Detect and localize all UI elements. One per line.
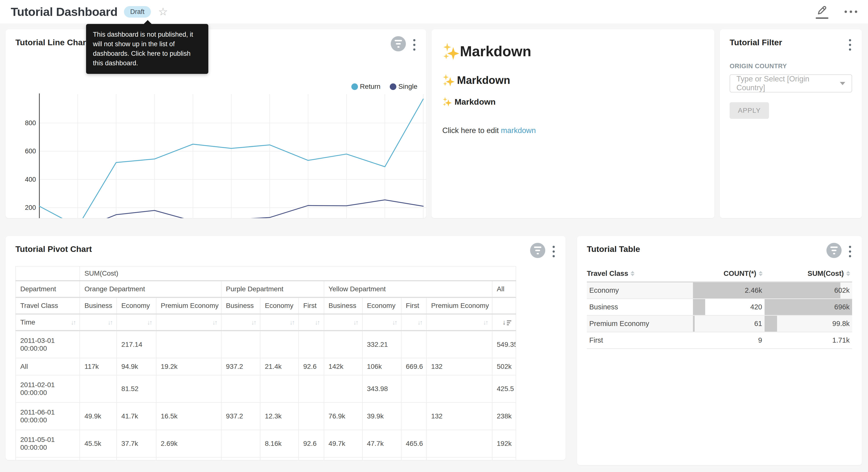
table-row[interactable]: Business420696k bbox=[587, 299, 852, 316]
table-row[interactable]: Economy2.46k602k bbox=[587, 282, 852, 299]
pivot-chart-card: Tutorial Pivot Chart SUM(Cost)Department… bbox=[6, 236, 565, 460]
line-chart-kebab-menu[interactable] bbox=[412, 38, 416, 52]
pivot-value-cell: 94.9k bbox=[117, 358, 156, 375]
pivot-value-cell: 15.2k bbox=[117, 457, 156, 460]
filter-title: Tutorial Filter bbox=[730, 38, 782, 47]
value-cell-with-bar: 696k bbox=[765, 299, 852, 316]
pivot-value-cell bbox=[324, 375, 362, 403]
pivot-chart-title: Tutorial Pivot Chart bbox=[16, 244, 92, 254]
table-column-header[interactable]: COUNT(*) bbox=[693, 266, 765, 282]
pivot-value-cell bbox=[324, 331, 362, 358]
line-chart-plot[interactable]: 200400600800FebruaryMarchAprilMayJuneJul… bbox=[6, 90, 426, 218]
pivot-travel-class-header: Premium Economy bbox=[427, 297, 492, 314]
travel-class-cell: Business bbox=[587, 299, 693, 316]
sort-desc-active-icon[interactable]: ↓ bbox=[502, 318, 511, 326]
legend-item-return[interactable]: Return bbox=[351, 83, 380, 90]
sort-icon[interactable]: ↓↑ bbox=[392, 319, 397, 326]
pivot-value-cell bbox=[427, 375, 492, 403]
pivot-value-cell: 21.4k bbox=[260, 358, 299, 375]
apply-button[interactable]: APPLY bbox=[730, 102, 769, 119]
travel-class-cell: Economy bbox=[587, 282, 693, 299]
pivot-sorter-cell: ↓↑ bbox=[324, 314, 362, 331]
line-chart-title: Tutorial Line Chart bbox=[16, 38, 89, 47]
pivot-sorter-cell: ↓↑ bbox=[427, 314, 492, 331]
value-cell-with-bar: 61 bbox=[693, 316, 765, 332]
page-title: Tutorial Dashboard bbox=[11, 5, 118, 19]
markdown-edit-link[interactable]: markdown bbox=[501, 126, 536, 135]
filter-kebab-menu[interactable] bbox=[848, 38, 852, 52]
pivot-row-label: 2011-02-01 00:00:00 bbox=[16, 375, 80, 403]
value-cell-with-bar: 602k bbox=[765, 282, 852, 299]
pivot-value-cell: 937.2 bbox=[221, 403, 260, 430]
pivot-value-cell: 332.21 bbox=[362, 331, 401, 358]
pivot-value-cell: 217.14 bbox=[117, 331, 156, 358]
publish-tooltip: This dashboard is not published, it will… bbox=[86, 24, 208, 74]
dashboard-more-menu-button[interactable] bbox=[844, 10, 857, 13]
pivot-table: SUM(Cost)DepartmentOrange DepartmentPurp… bbox=[16, 266, 556, 460]
pivot-value-cell bbox=[156, 331, 221, 358]
sort-icon[interactable]: ↓↑ bbox=[289, 319, 294, 326]
pivot-value-cell: 106k bbox=[362, 358, 401, 375]
pivot-time-header: Time↓↑ bbox=[16, 314, 80, 331]
pivot-value-cell: 17.3k bbox=[362, 457, 401, 460]
pivot-department-header: Orange Department bbox=[80, 281, 221, 297]
pivot-value-cell bbox=[299, 457, 324, 460]
sort-icon[interactable]: ↓↑ bbox=[353, 319, 358, 326]
dashboard-page: Tutorial Dashboard Draft ☆ This dashboar… bbox=[0, 0, 868, 472]
pivot-travel-class-header: Business bbox=[324, 297, 362, 314]
svg-text:400: 400 bbox=[25, 176, 36, 183]
cross-filter-icon[interactable] bbox=[827, 243, 842, 258]
pivot-value-cell: 47.7k bbox=[362, 430, 401, 457]
pivot-sorter-cell: ↓↑ bbox=[221, 314, 260, 331]
pivot-sorter-cell: ↓↑ bbox=[117, 314, 156, 331]
cross-filter-icon[interactable] bbox=[530, 243, 545, 258]
pivot-value-cell: 81.52 bbox=[117, 375, 156, 403]
pivot-value-cell: 49.9k bbox=[80, 403, 117, 430]
table-kebab-menu[interactable] bbox=[848, 244, 852, 259]
value-cell-with-bar: 99.8k bbox=[765, 316, 852, 332]
pivot-department-label: Department bbox=[16, 281, 80, 297]
pivot-value-cell: 238k bbox=[492, 403, 516, 430]
sort-icon[interactable]: ↓↑ bbox=[147, 319, 152, 326]
pivot-value-cell: 12.3k bbox=[260, 403, 299, 430]
table-column-header[interactable]: Travel Class bbox=[587, 266, 693, 282]
pivot-row-label: All bbox=[16, 358, 80, 375]
pivot-value-cell bbox=[156, 457, 221, 460]
sort-icon bbox=[630, 271, 634, 276]
pivot-row-label: 2011-05-01 00:00:00 bbox=[16, 430, 80, 457]
pencil-underline bbox=[816, 18, 828, 19]
sort-icon[interactable]: ↓↑ bbox=[71, 319, 75, 326]
legend-item-single[interactable]: Single bbox=[390, 83, 417, 90]
sort-icon[interactable]: ↓↑ bbox=[107, 319, 112, 326]
pivot-sorter-cell: ↓↑ bbox=[299, 314, 324, 331]
pivot-value-cell: 49.7k bbox=[324, 430, 362, 457]
favorite-star-icon[interactable]: ☆ bbox=[158, 6, 168, 17]
sparkles-icon bbox=[442, 97, 452, 107]
table-column-header[interactable]: SUM(Cost) bbox=[765, 266, 852, 282]
pivot-value-cell: 39.9k bbox=[362, 403, 401, 430]
sort-icon[interactable]: ↓↑ bbox=[212, 319, 217, 326]
pivot-value-cell: 549.35 bbox=[492, 331, 516, 358]
origin-country-select[interactable]: Type or Select [Origin Country] bbox=[730, 75, 852, 92]
table-row[interactable]: Premium Economy6199.8k bbox=[587, 316, 852, 332]
sort-icon[interactable]: ↓↑ bbox=[251, 319, 255, 326]
single-swatch-icon bbox=[390, 83, 396, 90]
table-row[interactable]: First91.71k bbox=[587, 332, 852, 349]
data-table: Travel ClassCOUNT(*)SUM(Cost)Economy2.46… bbox=[587, 266, 852, 349]
pivot-value-cell: 19.2k bbox=[156, 358, 221, 375]
pivot-value-cell bbox=[427, 457, 492, 460]
pivot-value-cell bbox=[80, 375, 117, 403]
pivot-travel-class-header: Economy bbox=[260, 297, 299, 314]
pivot-value-cell bbox=[260, 375, 299, 403]
pivot-value-cell: 70.9k bbox=[492, 457, 516, 460]
pivot-value-cell bbox=[401, 375, 427, 403]
travel-class-cell: Premium Economy bbox=[587, 316, 693, 332]
draft-status-badge[interactable]: Draft bbox=[124, 6, 151, 18]
pivot-sorter-cell: ↓↑ bbox=[362, 314, 401, 331]
sort-icon[interactable]: ↓↑ bbox=[315, 319, 319, 326]
edit-dashboard-button[interactable] bbox=[816, 5, 828, 19]
pivot-kebab-menu[interactable] bbox=[552, 244, 556, 259]
cross-filter-icon[interactable] bbox=[391, 36, 406, 51]
sort-icon[interactable]: ↓↑ bbox=[417, 319, 422, 326]
sort-icon[interactable]: ↓↑ bbox=[483, 319, 488, 326]
